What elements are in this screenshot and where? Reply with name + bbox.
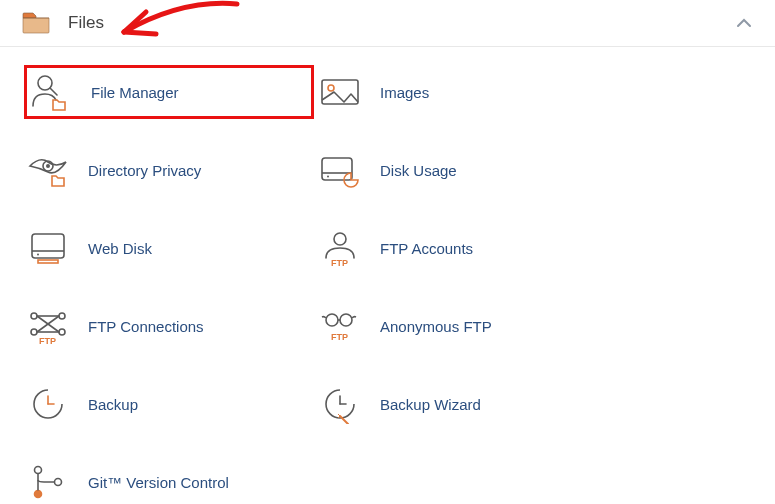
backup-icon [26, 384, 70, 424]
web-disk-icon [26, 228, 70, 268]
directory-privacy-icon [26, 150, 70, 190]
item-label: Git™ Version Control [88, 474, 229, 491]
file-manager-icon [29, 72, 73, 112]
ftp-connections-icon: FTP [26, 306, 70, 346]
item-label: Anonymous FTP [380, 318, 492, 335]
item-label: FTP Connections [88, 318, 204, 335]
item-label: Backup [88, 396, 138, 413]
svg-point-26 [340, 314, 352, 326]
item-label: Directory Privacy [88, 162, 201, 179]
svg-point-16 [31, 313, 37, 319]
svg-point-34 [35, 467, 42, 474]
files-panel-header[interactable]: Files [0, 0, 775, 47]
backup-item[interactable]: Backup [24, 377, 314, 431]
backup-wizard-icon [318, 384, 362, 424]
anonymous-ftp-icon: FTP [318, 306, 362, 346]
git-icon [26, 462, 70, 502]
git-version-control-item[interactable]: Git™ Version Control [24, 455, 314, 504]
disk-usage-icon [318, 150, 362, 190]
folder-icon [22, 12, 50, 34]
images-item[interactable]: Images [316, 65, 606, 119]
item-label: Images [380, 84, 429, 101]
svg-point-18 [31, 329, 37, 335]
panel-title: Files [68, 13, 104, 33]
svg-point-35 [35, 491, 42, 498]
ftp-connections-item[interactable]: FTP FTP Connections [24, 299, 314, 353]
ftp-accounts-icon: FTP [318, 228, 362, 268]
item-label: Disk Usage [380, 162, 457, 179]
svg-point-12 [37, 254, 39, 256]
svg-point-4 [328, 85, 334, 91]
svg-text:FTP: FTP [331, 258, 348, 268]
images-icon [318, 72, 362, 112]
backup-wizard-item[interactable]: Backup Wizard [316, 377, 606, 431]
item-label: Web Disk [88, 240, 152, 257]
web-disk-item[interactable]: Web Disk [24, 221, 314, 275]
svg-point-25 [326, 314, 338, 326]
svg-point-36 [55, 479, 62, 486]
directory-privacy-item[interactable]: Directory Privacy [24, 143, 314, 197]
svg-line-2 [50, 88, 57, 95]
svg-text:FTP: FTP [39, 336, 56, 346]
chevron-up-icon [736, 18, 752, 28]
file-manager-item[interactable]: File Manager [24, 65, 314, 119]
svg-rect-10 [32, 234, 64, 258]
collapse-button[interactable] [735, 14, 753, 32]
svg-rect-7 [322, 158, 352, 180]
item-label: FTP Accounts [380, 240, 473, 257]
svg-point-17 [59, 313, 65, 319]
svg-point-6 [46, 164, 50, 168]
item-label: Backup Wizard [380, 396, 481, 413]
ftp-accounts-item[interactable]: FTP FTP Accounts [316, 221, 606, 275]
disk-usage-item[interactable]: Disk Usage [316, 143, 606, 197]
svg-text:FTP: FTP [331, 332, 348, 342]
svg-point-9 [327, 176, 329, 178]
anonymous-ftp-item[interactable]: FTP Anonymous FTP [316, 299, 606, 353]
svg-rect-3 [322, 80, 358, 104]
files-panel: Files File Manager [0, 0, 775, 504]
files-panel-body: File Manager Images Direc [0, 47, 775, 504]
annotation-arrow [112, 0, 242, 44]
svg-point-19 [59, 329, 65, 335]
item-label: File Manager [91, 84, 179, 101]
svg-point-14 [334, 233, 346, 245]
svg-rect-13 [38, 260, 58, 263]
